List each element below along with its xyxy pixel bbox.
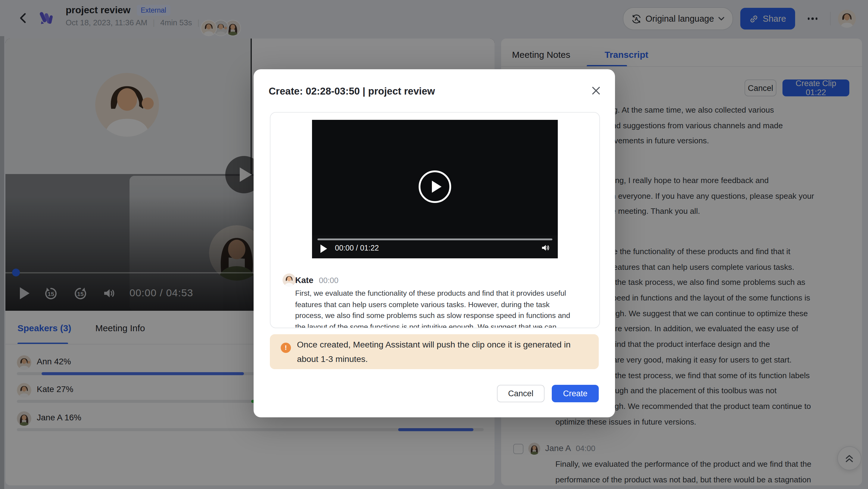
modal-title: Create: 02:28-03:50 | project review [269,86,435,97]
notice-text: Once created, Meeting Assistant will pus… [297,337,571,352]
notice-banner: ! Once created, Meeting Assistant will p… [270,334,599,369]
clip-play-control[interactable] [320,244,327,253]
snippet-speaker-name: Kate [295,275,313,285]
minutes-app: project review External Oct 18, 2023, 11… [0,0,868,489]
modal-create-button[interactable]: Create [552,385,599,402]
clip-preview-card: 00:00 / 01:22 Kate 00:00 First, we evalu… [270,112,600,328]
create-clip-modal: Create: 02:28-03:50 | project review 00:… [254,69,615,417]
clip-volume-icon[interactable] [540,243,551,253]
play-icon [432,181,441,193]
clip-control-bar: 00:00 / 01:22 [312,235,558,258]
snippet-timestamp: 00:00 [319,275,339,285]
clip-time: 00:00 / 01:22 [335,244,379,252]
snippet-text: First, we evaluate the functionality of … [295,288,593,328]
alert-icon: ! [281,343,291,353]
clip-video[interactable]: 00:00 / 01:22 [312,120,558,258]
modal-cancel-button[interactable]: Cancel [497,385,545,402]
clip-play-button[interactable] [418,170,451,203]
notice-text: about 1-3 minutes. [297,352,571,366]
snippet-speaker-avatar [282,273,296,287]
close-icon [591,86,600,95]
clip-progress-bar[interactable] [317,238,552,240]
modal-close-button[interactable] [587,82,604,99]
